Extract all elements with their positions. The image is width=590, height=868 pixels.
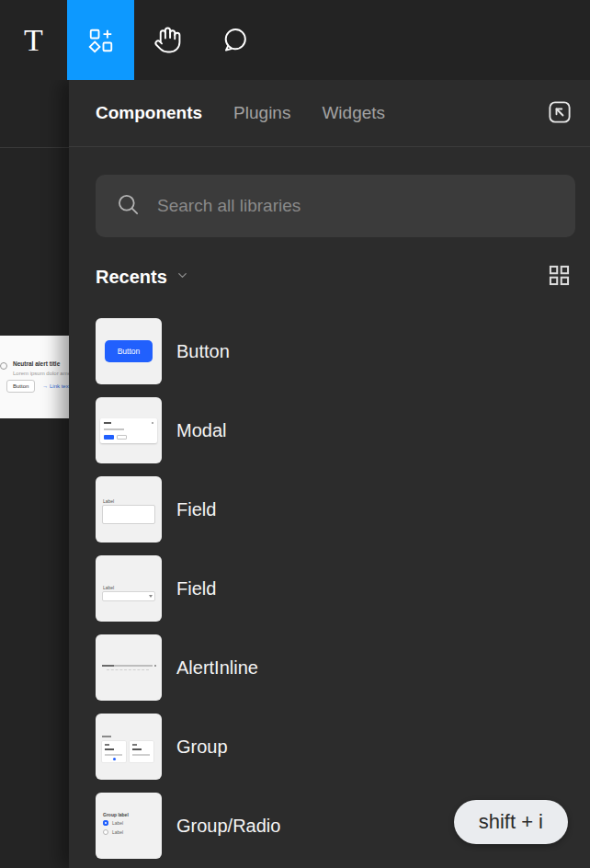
- search-icon: [116, 192, 141, 221]
- text-tool-button[interactable]: T: [0, 0, 67, 80]
- thumb-input-preview: [102, 505, 155, 524]
- recents-list: Button Button Modal Label Field: [69, 318, 590, 859]
- info-icon: [0, 362, 7, 370]
- alert-actions: Button → Link text: [6, 380, 69, 393]
- radio-checked-icon: [103, 820, 108, 826]
- component-item-field-select[interactable]: Label Field: [96, 555, 590, 622]
- shortcut-hint-badge: shift + i: [454, 800, 568, 844]
- components-tool-button[interactable]: [67, 0, 134, 80]
- component-thumbnail-group: [96, 714, 162, 780]
- grid-view-icon: [547, 263, 572, 291]
- component-label: Modal: [176, 420, 226, 441]
- popout-panel-button[interactable]: [544, 97, 575, 131]
- component-item-modal[interactable]: Modal: [96, 397, 590, 463]
- component-item-group[interactable]: Group: [96, 714, 590, 780]
- grid-view-toggle[interactable]: [547, 263, 572, 291]
- component-thumbnail-field: Label: [96, 476, 162, 542]
- component-item-alertinline[interactable]: AlertInline: [96, 634, 590, 701]
- thumb-select-preview: [102, 591, 155, 601]
- alert-button: Button: [6, 380, 35, 393]
- hand-tool-button[interactable]: [134, 0, 201, 80]
- caret-icon: [149, 595, 153, 598]
- component-label: Group: [176, 737, 228, 758]
- comment-icon: [221, 26, 249, 54]
- thumb-button-preview: Button: [105, 340, 153, 362]
- canvas-frame-edge: [0, 147, 69, 148]
- toolbar: T: [0, 0, 590, 80]
- tab-widgets[interactable]: Widgets: [322, 103, 385, 123]
- radio-unchecked-icon: [103, 829, 108, 835]
- component-item-field[interactable]: Label Field: [96, 476, 590, 542]
- component-label: Group/Radio: [176, 816, 280, 837]
- tab-plugins[interactable]: Plugins: [233, 103, 290, 123]
- alert-link: → Link text: [42, 383, 69, 389]
- component-label: AlertInline: [176, 657, 258, 679]
- component-thumbnail-modal: [96, 397, 162, 463]
- text-tool-icon: T: [24, 25, 43, 56]
- recents-dropdown[interactable]: Recents: [96, 267, 189, 288]
- canvas-alert-card[interactable]: Neutral alert title Lorem ipsum dolor am…: [0, 336, 69, 418]
- canvas-area[interactable]: Neutral alert title Lorem ipsum dolor am…: [0, 80, 69, 868]
- component-thumbnail-select: Label: [96, 555, 162, 622]
- search-bar[interactable]: [96, 175, 575, 237]
- figma-app-window: T: [0, 0, 590, 868]
- components-icon: [87, 27, 115, 54]
- thumb-modal-preview: [100, 418, 157, 443]
- chevron-down-icon: [176, 268, 189, 285]
- recents-title: Recents: [96, 267, 167, 288]
- popout-arrow-icon: [546, 98, 573, 129]
- alert-title: Neutral alert title: [13, 360, 60, 367]
- component-label: Field: [176, 499, 216, 520]
- panel-header: Components Plugins Widgets: [69, 80, 590, 147]
- component-label: Button: [176, 341, 230, 362]
- component-thumbnail-alert: [96, 634, 162, 701]
- tab-components[interactable]: Components: [96, 103, 202, 123]
- component-thumbnail-radio: Group label Label Label: [96, 793, 162, 859]
- alert-body: Lorem ipsum dolor amet conse: [13, 371, 69, 376]
- component-label: Field: [176, 578, 216, 600]
- search-input[interactable]: [157, 196, 555, 216]
- hand-icon: [153, 26, 182, 54]
- component-item-button[interactable]: Button Button: [96, 318, 590, 384]
- components-panel: Components Plugins Widgets: [69, 80, 590, 868]
- comment-tool-button[interactable]: [201, 0, 268, 80]
- component-thumbnail-button: Button: [96, 318, 162, 384]
- panel-tabs: Components Plugins Widgets: [96, 103, 385, 123]
- recents-row: Recents: [96, 263, 572, 291]
